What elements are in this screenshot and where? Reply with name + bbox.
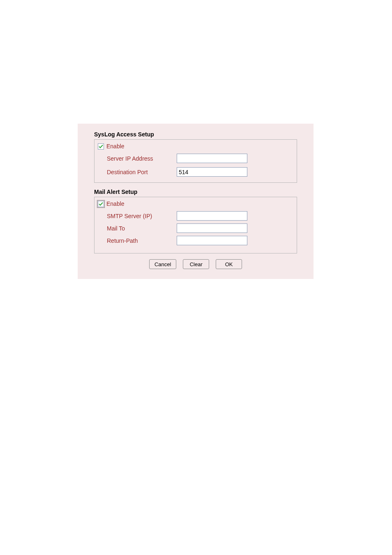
mail-section-title: Mail Alert Setup	[94, 189, 297, 195]
mail-smtp-label: SMTP Server (IP)	[107, 213, 177, 219]
mail-smtp-input[interactable]	[177, 211, 247, 221]
ok-button[interactable]: OK	[216, 259, 242, 269]
syslog-enable-row: Enable	[98, 143, 293, 150]
syslog-dest-port-label: Destination Port	[107, 169, 177, 175]
settings-panel: SysLog Access Setup Enable Server IP Add…	[78, 124, 314, 279]
mail-mailto-row: Mail To	[107, 223, 293, 233]
syslog-server-ip-row: Server IP Address	[107, 154, 293, 163]
syslog-server-ip-label: Server IP Address	[107, 155, 177, 162]
syslog-dest-port-input[interactable]	[177, 167, 247, 177]
mail-enable-label: Enable	[106, 200, 125, 207]
mail-enable-checkbox[interactable]	[98, 201, 104, 207]
button-row: Cancel Clear OK	[94, 259, 297, 269]
mail-smtp-row: SMTP Server (IP)	[107, 211, 293, 221]
mail-mailto-input[interactable]	[177, 223, 247, 233]
mail-enable-row: Enable	[98, 200, 293, 207]
syslog-section-title: SysLog Access Setup	[94, 131, 297, 138]
mail-mailto-label: Mail To	[107, 225, 177, 232]
syslog-enable-checkbox[interactable]	[98, 143, 104, 150]
mail-return-label: Return-Path	[107, 237, 177, 244]
syslog-server-ip-input[interactable]	[177, 154, 247, 163]
mail-return-row: Return-Path	[107, 236, 293, 245]
syslog-section: Enable Server IP Address Destination Por…	[94, 139, 297, 183]
cancel-button[interactable]: Cancel	[149, 259, 176, 269]
mail-section: Enable SMTP Server (IP) Mail To Return-P…	[94, 197, 297, 253]
syslog-enable-label: Enable	[106, 143, 125, 150]
syslog-dest-port-row: Destination Port	[107, 167, 293, 177]
mail-return-input[interactable]	[177, 236, 247, 245]
clear-button[interactable]: Clear	[183, 259, 209, 269]
